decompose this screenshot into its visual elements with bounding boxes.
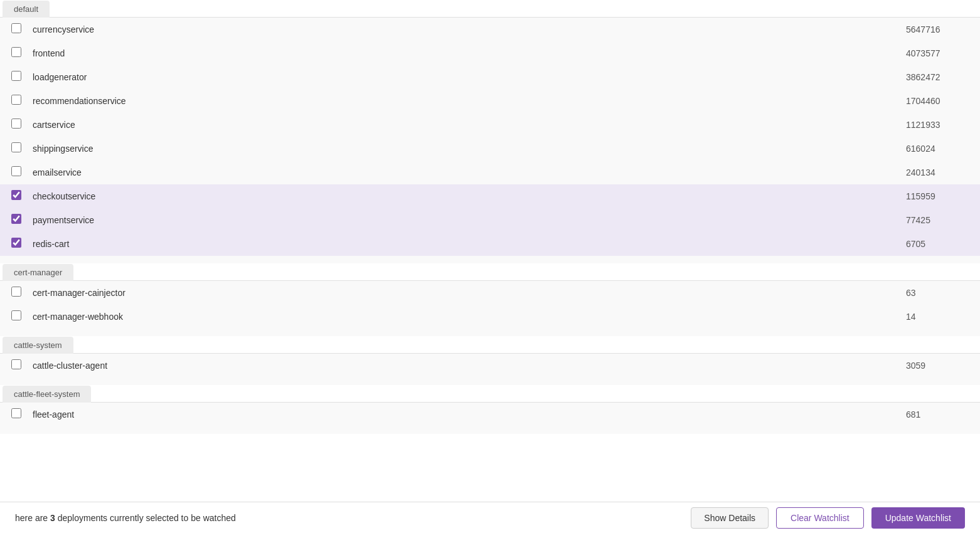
checkbox-wrapper bbox=[11, 166, 24, 179]
clear-watchlist-button[interactable]: Clear Watchlist bbox=[776, 507, 864, 529]
table-row[interactable]: frontend4073577 bbox=[0, 41, 980, 65]
selected-count: 3 bbox=[50, 513, 55, 523]
service-checkbox[interactable] bbox=[11, 95, 21, 105]
table-row[interactable]: emailservice240134 bbox=[0, 161, 980, 184]
table-row[interactable]: cartservice1121933 bbox=[0, 113, 980, 137]
service-name: fleet-agent bbox=[33, 409, 906, 420]
checkbox-wrapper bbox=[11, 190, 24, 203]
table-row[interactable]: redis-cart6705 bbox=[0, 232, 980, 256]
namespace-section-default: defaultcurrencyservice5647716frontend407… bbox=[0, 0, 980, 263]
namespace-header: cert-manager bbox=[3, 264, 73, 281]
service-name: currencyservice bbox=[33, 24, 906, 34]
checkbox-wrapper bbox=[11, 238, 24, 250]
service-checkbox[interactable] bbox=[11, 238, 21, 248]
service-checkbox[interactable] bbox=[11, 119, 21, 129]
service-name: loadgenerator bbox=[33, 72, 906, 82]
namespace-body: cert-manager-cainjector63cert-manager-we… bbox=[0, 280, 980, 336]
table-row[interactable]: cattle-cluster-agent3059 bbox=[0, 354, 980, 377]
service-count: 1121933 bbox=[906, 120, 969, 130]
namespace-body: fleet-agent681 bbox=[0, 402, 980, 434]
checkbox-wrapper bbox=[11, 214, 24, 226]
table-row[interactable]: paymentservice77425 bbox=[0, 208, 980, 232]
namespace-section-cattle-system: cattle-systemcattle-cluster-agent3059 bbox=[0, 336, 980, 385]
service-name: cartservice bbox=[33, 120, 906, 130]
service-count: 616024 bbox=[906, 144, 969, 154]
service-checkbox[interactable] bbox=[11, 310, 21, 320]
namespace-body: cattle-cluster-agent3059 bbox=[0, 353, 980, 385]
service-name: cert-manager-webhook bbox=[33, 312, 906, 322]
service-checkbox[interactable] bbox=[11, 47, 21, 57]
service-count: 3059 bbox=[906, 361, 969, 371]
service-name: emailservice bbox=[33, 167, 906, 177]
namespace-section-cattle-fleet-system: cattle-fleet-systemfleet-agent681 bbox=[0, 385, 980, 434]
table-row[interactable]: currencyservice5647716 bbox=[0, 18, 980, 41]
checkbox-wrapper bbox=[11, 95, 24, 107]
service-checkbox[interactable] bbox=[11, 71, 21, 81]
service-checkbox[interactable] bbox=[11, 214, 21, 224]
service-count: 63 bbox=[906, 288, 969, 298]
service-name: checkoutservice bbox=[33, 191, 906, 201]
service-count: 6705 bbox=[906, 239, 969, 249]
service-count: 240134 bbox=[906, 167, 969, 177]
service-count: 5647716 bbox=[906, 24, 969, 34]
table-row[interactable]: checkoutservice115959 bbox=[0, 184, 980, 208]
table-row[interactable]: cert-manager-webhook14 bbox=[0, 305, 980, 329]
service-name: recommendationservice bbox=[33, 96, 906, 106]
service-count: 14 bbox=[906, 312, 969, 322]
checkbox-wrapper bbox=[11, 142, 24, 155]
status-suffix: deployments currently selected to be wat… bbox=[55, 513, 236, 523]
table-row[interactable]: shippingservice616024 bbox=[0, 137, 980, 161]
service-count: 77425 bbox=[906, 215, 969, 225]
service-count: 1704460 bbox=[906, 96, 969, 106]
namespace-header: cattle-fleet-system bbox=[3, 386, 91, 403]
service-count: 681 bbox=[906, 409, 969, 420]
service-checkbox[interactable] bbox=[11, 359, 21, 369]
service-name: frontend bbox=[33, 48, 906, 58]
table-row[interactable]: loadgenerator3862472 bbox=[0, 65, 980, 89]
service-name: paymentservice bbox=[33, 215, 906, 225]
service-name: cert-manager-cainjector bbox=[33, 288, 906, 298]
service-name: cattle-cluster-agent bbox=[33, 361, 906, 371]
service-count: 4073577 bbox=[906, 48, 969, 58]
table-row[interactable]: cert-manager-cainjector63 bbox=[0, 281, 980, 305]
checkbox-wrapper bbox=[11, 119, 24, 131]
status-text: here are 3 deployments currently selecte… bbox=[15, 513, 683, 523]
table-row[interactable]: recommendationservice1704460 bbox=[0, 89, 980, 113]
namespace-header: default bbox=[3, 1, 50, 18]
namespace-section-cert-manager: cert-managercert-manager-cainjector63cer… bbox=[0, 263, 980, 336]
checkbox-wrapper bbox=[11, 71, 24, 83]
service-checkbox[interactable] bbox=[11, 23, 21, 33]
checkbox-wrapper bbox=[11, 47, 24, 60]
checkbox-wrapper bbox=[11, 408, 24, 421]
checkbox-wrapper bbox=[11, 287, 24, 299]
table-row[interactable]: fleet-agent681 bbox=[0, 403, 980, 426]
checkbox-wrapper bbox=[11, 359, 24, 372]
service-checkbox[interactable] bbox=[11, 166, 21, 176]
service-name: redis-cart bbox=[33, 239, 906, 249]
service-name: shippingservice bbox=[33, 144, 906, 154]
service-checkbox[interactable] bbox=[11, 287, 21, 297]
checkbox-wrapper bbox=[11, 23, 24, 36]
service-list: defaultcurrencyservice5647716frontend407… bbox=[0, 0, 980, 502]
service-checkbox[interactable] bbox=[11, 408, 21, 418]
service-checkbox[interactable] bbox=[11, 190, 21, 200]
status-prefix: here are bbox=[15, 513, 50, 523]
namespace-header: cattle-system bbox=[3, 337, 73, 354]
namespace-body: currencyservice5647716frontend4073577loa… bbox=[0, 17, 980, 263]
checkbox-wrapper bbox=[11, 310, 24, 323]
service-count: 3862472 bbox=[906, 72, 969, 82]
service-checkbox[interactable] bbox=[11, 142, 21, 152]
update-watchlist-button[interactable]: Update Watchlist bbox=[871, 507, 965, 529]
show-details-button[interactable]: Show Details bbox=[691, 507, 769, 529]
service-count: 115959 bbox=[906, 191, 969, 201]
bottom-bar: here are 3 deployments currently selecte… bbox=[0, 502, 980, 533]
